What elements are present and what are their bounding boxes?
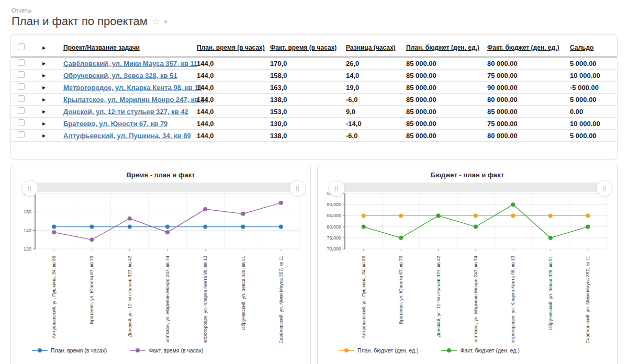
legend-item[interactable]: Факт. бюджет (ден. ед.) — [441, 347, 519, 354]
column-header-fact-budget[interactable]: Факт. бюджет (ден. ед.) — [487, 44, 570, 51]
x-axis-category-label: Савёловский, ул. Мики Мауса 357, кв 11 — [278, 256, 284, 343]
row-checkbox[interactable] — [18, 95, 25, 102]
data-point[interactable] — [586, 213, 590, 218]
column-header-plan-budget[interactable]: План. бюджет (ден. ед.) — [406, 44, 487, 51]
table-row: ▶ Алтуфьевский, ул. Пушкина, 34, кв 89 1… — [11, 130, 617, 142]
cell-fact-budget: 75 000.00 — [487, 120, 570, 128]
project-link[interactable]: Метрогородок, ул. Кларка Кента 98, кв 13 — [63, 84, 202, 92]
project-link[interactable]: Братеево, ул. Юности 67, кв 79 — [63, 120, 167, 128]
cell-saldo: 10 000.00 — [570, 72, 617, 79]
cell-fact-time: 130,0 — [270, 120, 346, 128]
column-header-saldo[interactable]: Сальдо — [570, 44, 617, 51]
data-point[interactable] — [362, 225, 366, 229]
x-axis-category-label: Крылатское, ул. Мэрилин Монро 247, кв 74 — [473, 256, 478, 343]
data-point[interactable] — [511, 213, 515, 218]
row-checkbox[interactable] — [18, 83, 25, 90]
legend-item[interactable]: План. время (в часах) — [32, 347, 107, 354]
data-point[interactable] — [128, 217, 132, 221]
data-point[interactable] — [436, 213, 441, 218]
data-point[interactable] — [128, 225, 132, 229]
row-expand-icon[interactable]: ▶ — [31, 85, 55, 90]
favorite-star-icon[interactable]: ☆ — [152, 17, 160, 26]
x-axis-category-label: Братеево, ул. Юности 67, кв 79 — [398, 256, 403, 324]
title-dropdown-caret-icon[interactable]: ▾ — [164, 19, 167, 25]
budget-chart-range-slider: || || — [322, 181, 613, 192]
data-point[interactable] — [399, 213, 403, 218]
budget-chart-card: Бюджет - план и факт || || 70,00075,0008… — [317, 165, 618, 364]
data-point[interactable] — [89, 225, 94, 229]
x-axis-category-label: Метрогородок, ул. Кларка Кента 98, кв 13 — [510, 256, 515, 343]
row-checkbox[interactable] — [18, 131, 25, 138]
project-link[interactable]: Донской, ул. 12-ти стульев 327, кв 42 — [63, 108, 188, 116]
data-point[interactable] — [511, 202, 515, 207]
cell-plan-time: 144,0 — [197, 96, 270, 104]
row-expand-icon[interactable]: ▶ — [31, 121, 55, 126]
row-expand-icon[interactable]: ▶ — [31, 109, 55, 114]
row-checkbox[interactable] — [18, 71, 25, 78]
table-body: ▶ Савёловский, ул. Мики Мауса 357, кв 11… — [11, 58, 617, 142]
data-point[interactable] — [203, 225, 207, 229]
range-slider-right-handle-icon[interactable]: || — [289, 180, 306, 197]
column-header-plan-time[interactable]: План. время (в часах) — [197, 44, 270, 51]
cell-diff: 19,0 — [346, 84, 406, 92]
data-point[interactable] — [474, 213, 478, 218]
data-point[interactable] — [241, 225, 245, 229]
range-slider-track[interactable] — [29, 183, 299, 192]
y-axis-tick-label: 120 — [24, 246, 31, 252]
data-point[interactable] — [362, 213, 366, 218]
row-expand-icon[interactable]: ▶ — [31, 133, 55, 138]
cell-fact-budget: 80 000.00 — [487, 96, 570, 104]
expand-all-icon[interactable]: ▶ — [31, 46, 55, 50]
y-axis-tick-label: 160 — [24, 209, 31, 214]
y-axis-tick-label: 85,000 — [327, 213, 341, 218]
project-link[interactable]: Савёловский, ул. Мики Мауса 357, кв 11 — [63, 60, 197, 67]
data-point[interactable] — [241, 212, 245, 216]
row-checkbox[interactable] — [18, 59, 25, 66]
table-row: ▶ Метрогородок, ул. Кларка Кента 98, кв … — [11, 82, 617, 94]
column-header-diff[interactable]: Разница (часах) — [346, 44, 406, 51]
range-slider-left-handle-icon[interactable]: || — [21, 180, 38, 197]
data-point[interactable] — [165, 230, 170, 234]
data-point[interactable] — [52, 225, 56, 229]
cell-saldo: 5 000.00 — [570, 132, 617, 140]
cell-fact-budget: 90 000.00 — [487, 84, 570, 92]
cell-fact-time: 138,0 — [270, 96, 346, 104]
select-all-checkbox[interactable] — [18, 43, 25, 50]
row-checkbox[interactable] — [18, 119, 25, 126]
row-checkbox[interactable] — [18, 107, 25, 114]
data-point[interactable] — [548, 236, 553, 240]
cell-plan-budget: 85 000.00 — [406, 60, 487, 67]
range-slider-right-handle-icon[interactable]: || — [596, 180, 613, 197]
data-point[interactable] — [203, 207, 207, 211]
project-link[interactable]: Алтуфьевский, ул. Пушкина, 34, кв 89 — [63, 132, 191, 140]
table-row: ▶ Донской, ул. 12-ти стульев 327, кв 42 … — [11, 106, 617, 118]
project-link[interactable]: Крылатское, ул. Мэрилин Монро 247, кв 74 — [63, 96, 208, 104]
report-table-card: ▶ Проект/Название задачи План. время (в … — [10, 34, 618, 160]
table-row: ▶ Савёловский, ул. Мики Мауса 357, кв 11… — [11, 58, 617, 70]
range-slider-left-handle-icon[interactable]: || — [328, 180, 345, 197]
legend-item[interactable]: Факт. время (в часах) — [130, 347, 203, 354]
row-expand-icon[interactable]: ▶ — [31, 73, 55, 78]
row-expand-icon[interactable]: ▶ — [31, 97, 55, 102]
table-row: ▶ Обручевский, ул. Зевса 328, кв 51 144,… — [11, 70, 617, 82]
data-point[interactable] — [279, 201, 283, 205]
data-point[interactable] — [89, 237, 94, 242]
column-header-fact-time[interactable]: Факт. время (в часах) — [270, 44, 346, 51]
data-point[interactable] — [548, 213, 553, 218]
data-point[interactable] — [474, 225, 478, 229]
range-slider-track[interactable] — [335, 183, 605, 192]
legend-item[interactable]: План. бюджет (ден. ед.) — [339, 347, 418, 354]
column-header-project[interactable]: Проект/Название задачи — [55, 44, 197, 51]
cell-saldo: 10 000.00 — [570, 120, 617, 128]
data-point[interactable] — [399, 236, 403, 240]
row-expand-icon[interactable]: ▶ — [31, 61, 55, 66]
cell-plan-budget: 85 000.00 — [406, 72, 487, 79]
data-point[interactable] — [165, 225, 170, 229]
project-link[interactable]: Обручевский, ул. Зевса 328, кв 51 — [63, 72, 177, 79]
legend-marker-icon — [130, 348, 145, 353]
cell-fact-budget: 80 000.00 — [487, 60, 570, 67]
table-row: ▶ Крылатское, ул. Мэрилин Монро 247, кв … — [11, 94, 617, 106]
data-point[interactable] — [279, 225, 283, 229]
data-point[interactable] — [586, 225, 590, 229]
data-point[interactable] — [52, 230, 56, 234]
